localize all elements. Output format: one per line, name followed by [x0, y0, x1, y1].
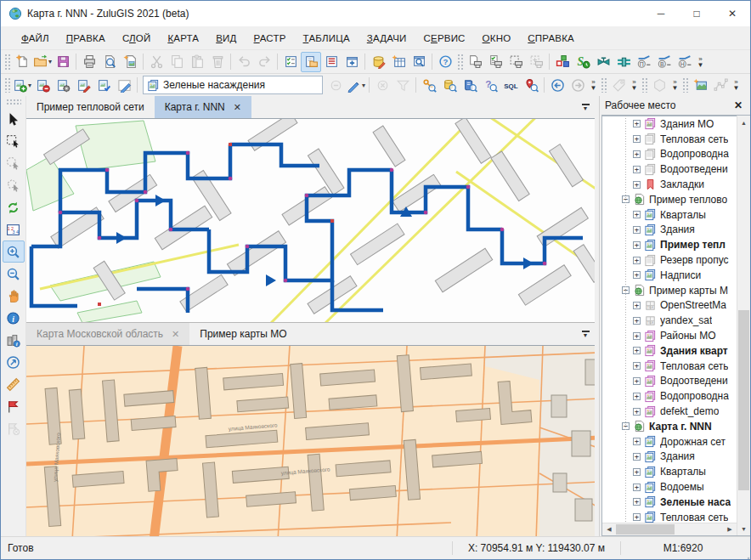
zulu-server-button[interactable]	[573, 52, 593, 72]
expand-icon[interactable]: +	[633, 166, 641, 173]
tree-item-тепловая-сеть[interactable]: +Тепловая сеть	[602, 359, 737, 374]
tab-пример-карты-мо[interactable]: Пример карты МО	[189, 323, 296, 345]
help-button[interactable]	[435, 52, 455, 72]
select-circle-button[interactable]	[3, 152, 25, 174]
menu-файл[interactable]: ФАЙЛ	[13, 30, 58, 47]
redo-button[interactable]	[254, 52, 274, 72]
tab-close-icon[interactable]: ✕	[172, 329, 179, 340]
dropdown-arrow-icon[interactable]: ▾	[48, 58, 52, 65]
pan-tool-button[interactable]	[3, 285, 25, 307]
view-forward-button[interactable]	[567, 75, 588, 95]
expand-icon[interactable]: +	[633, 498, 641, 506]
expand-icon[interactable]: +	[633, 241, 641, 249]
delete-button[interactable]	[207, 52, 228, 72]
expand-icon[interactable]: +	[633, 408, 641, 416]
print-map-button[interactable]	[465, 52, 485, 72]
expand-icon[interactable]: +	[633, 393, 641, 400]
toolbar-overflow-button[interactable]: »▼	[731, 75, 742, 95]
tree-item-зеленые-наса[interactable]: +Зеленые наса	[602, 495, 737, 510]
scale-window-button[interactable]	[3, 218, 25, 240]
clear-filter-button[interactable]	[392, 75, 413, 95]
tree-item-тепловая-сеть[interactable]: +Тепловая сеть	[602, 132, 737, 147]
paste-button[interactable]	[187, 52, 207, 72]
export-image-button[interactable]	[120, 52, 140, 72]
label-tool-button[interactable]	[608, 75, 629, 95]
new-map-window-button[interactable]	[342, 52, 362, 72]
expand-icon[interactable]: +	[633, 257, 641, 264]
object-info-button[interactable]	[3, 307, 25, 329]
toolbar-grip[interactable]	[6, 99, 21, 106]
find-in-window-button[interactable]	[409, 52, 429, 72]
tree-item-районы-мо[interactable]: +Районы МО	[602, 328, 737, 343]
zoom-out-button[interactable]	[3, 263, 25, 285]
expand-icon[interactable]: +	[633, 317, 641, 325]
select-rectangle-button[interactable]	[3, 130, 25, 152]
tree-item-надписи[interactable]: +Надписи	[602, 268, 737, 283]
go-to-button[interactable]	[3, 351, 25, 373]
expand-icon[interactable]: +	[633, 120, 641, 127]
polyline-tool-button[interactable]	[710, 75, 731, 95]
tab-close-icon[interactable]: ✕	[234, 102, 241, 113]
find-address-button[interactable]	[521, 75, 541, 95]
pipeline-valve-button[interactable]	[593, 52, 613, 72]
tree-item-здания[interactable]: +Здания	[602, 450, 737, 465]
remove-bookmark-button[interactable]	[3, 417, 25, 439]
expand-icon[interactable]: +	[633, 271, 641, 279]
layer-visibility-button[interactable]	[93, 75, 114, 95]
undo-button[interactable]	[234, 52, 254, 72]
dropdown-arrow-icon[interactable]: ▾	[28, 82, 31, 89]
tree-item-здания-кварт[interactable]: +Здания кварт	[602, 343, 737, 359]
menu-правка[interactable]: ПРАВКА	[58, 30, 114, 47]
save-button[interactable]	[53, 52, 73, 72]
expand-icon[interactable]: +	[633, 226, 641, 234]
print-area-button[interactable]	[505, 52, 526, 72]
expand-icon[interactable]: +	[633, 211, 641, 218]
map1-canvas[interactable]	[26, 118, 595, 322]
measure-distance-button[interactable]	[3, 373, 25, 395]
add-bookmark-button[interactable]	[3, 395, 25, 417]
resize-grip[interactable]	[738, 537, 750, 560]
tree-item-дорожная-сет[interactable]: +Дорожная сет	[602, 434, 737, 450]
tree-item-defekt_demo[interactable]: +defekt_demo	[602, 404, 737, 419]
layer-properties-button[interactable]	[53, 75, 73, 95]
tree-item-пример-карты-м[interactable]: −Пример карты М	[602, 283, 737, 298]
hydraulic-head-button[interactable]	[675, 52, 695, 72]
sql-query-button[interactable]	[500, 75, 521, 95]
expand-icon[interactable]: +	[633, 347, 641, 354]
thematic-map-button[interactable]	[552, 52, 573, 72]
tree-item-тепловая-сеть[interactable]: +Тепловая сеть	[602, 510, 737, 523]
tree-item-водопроводна[interactable]: +Водопроводна	[602, 147, 737, 162]
remove-layer-button[interactable]	[32, 75, 53, 95]
edit-objects-button[interactable]	[114, 75, 134, 95]
toolbar-grip[interactable]	[4, 54, 10, 70]
tree-item-openstreetma[interactable]: +OpenStreetMa	[602, 298, 737, 314]
scroll-down-arrow[interactable]: ▼	[737, 522, 750, 535]
find-by-key-button[interactable]	[419, 75, 439, 95]
scroll-thumb[interactable]	[738, 310, 749, 491]
scroll-right-arrow[interactable]: ▶	[723, 523, 737, 535]
tree-item-yandex_sat[interactable]: +yandex_sat	[602, 313, 737, 328]
print-preview-button[interactable]	[99, 52, 120, 72]
zoom-in-button[interactable]	[3, 240, 25, 263]
hydraulic-piezo-button[interactable]	[634, 52, 654, 72]
cancel-operation-button[interactable]	[372, 75, 392, 95]
refresh-map-button[interactable]	[3, 196, 25, 218]
toolbar-grip[interactable]	[601, 77, 607, 93]
edit-mode-button[interactable]: ▾	[346, 75, 366, 95]
minimize-button[interactable]: ─	[643, 1, 679, 26]
expand-icon[interactable]: +	[633, 150, 641, 158]
toolbar-grip[interactable]	[682, 77, 688, 93]
tree-item-здания-мо[interactable]: +Здания МО	[602, 116, 737, 132]
expand-icon[interactable]: +	[633, 302, 641, 309]
new-document-button[interactable]	[12, 52, 32, 72]
tree-item-кварталы[interactable]: +Кварталы	[602, 464, 737, 479]
semantic-info-button[interactable]	[3, 329, 25, 351]
scroll-left-arrow[interactable]: ◀	[602, 523, 616, 535]
find-in-database-button[interactable]	[439, 75, 460, 95]
menu-таблица[interactable]: ТАБЛИЦА	[295, 30, 359, 47]
toolbar-grip[interactable]	[4, 77, 10, 93]
scroll-thumb[interactable]	[616, 524, 675, 535]
tree-vertical-scrollbar[interactable]: ▲ ▼	[737, 116, 750, 535]
toolbar-overflow-button[interactable]: »▼	[669, 75, 680, 95]
workspace-panel-close[interactable]: ✕	[731, 99, 745, 111]
